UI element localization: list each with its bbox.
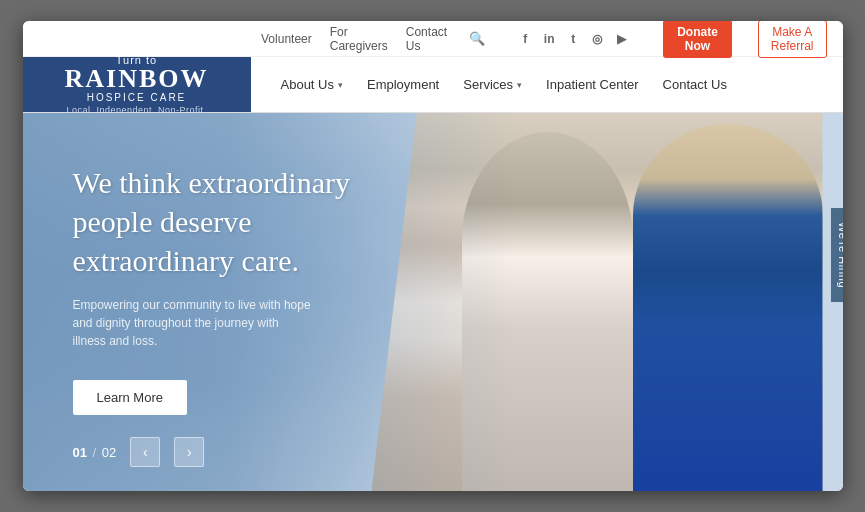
learn-more-button[interactable]: Learn More (73, 380, 187, 415)
hiring-tab[interactable]: We're Hiring (831, 208, 843, 302)
header: Turn to RAINBOW HOSPICE CARE Local. Inde… (23, 57, 843, 113)
referral-button[interactable]: Make A Referral (758, 21, 827, 58)
prev-slide-button[interactable]: ‹ (130, 437, 160, 467)
volunteer-link[interactable]: Volunteer (261, 32, 312, 46)
donate-button[interactable]: Donate Now (663, 21, 732, 58)
slide-total: 02 (102, 445, 116, 460)
contact-us-top-link[interactable]: Contact Us (406, 25, 447, 53)
nav-employment[interactable]: Employment (357, 71, 449, 98)
hero-subtext: Empowering our community to live with ho… (73, 296, 313, 350)
search-icon[interactable]: 🔍 (469, 31, 485, 46)
slide-counter: 01 / 02 (73, 445, 117, 460)
logo-area: Turn to RAINBOW HOSPICE CARE Local. Inde… (23, 57, 251, 112)
nav-services[interactable]: Services ▾ (453, 71, 532, 98)
utility-links: Volunteer For Caregivers Contact Us 🔍 f … (261, 21, 826, 58)
youtube-icon[interactable]: ▶ (613, 31, 629, 47)
slide-separator: / (93, 445, 100, 460)
nav-inpatient-center[interactable]: Inpatient Center (536, 71, 649, 98)
browser-window: Volunteer For Caregivers Contact Us 🔍 f … (23, 21, 843, 491)
for-caregivers-link[interactable]: For Caregivers (330, 25, 388, 53)
main-nav: About Us ▾ Employment Services ▾ Inpatie… (251, 57, 843, 112)
social-icons: f in t ◎ ▶ (517, 31, 629, 47)
hero-headline: We think extraordinary people deserve ex… (73, 163, 413, 280)
nav-contact-us[interactable]: Contact Us (653, 71, 737, 98)
linkedin-icon[interactable]: in (541, 31, 557, 47)
instagram-icon[interactable]: ◎ (589, 31, 605, 47)
twitter-icon[interactable]: t (565, 31, 581, 47)
logo-rainbow: RAINBOW (64, 66, 208, 92)
hero-content: We think extraordinary people deserve ex… (73, 163, 413, 415)
logo-hospice: HOSPICE CARE (87, 92, 187, 103)
about-us-chevron-icon: ▾ (338, 80, 343, 90)
facebook-icon[interactable]: f (517, 31, 533, 47)
nav-about-us[interactable]: About Us ▾ (271, 71, 353, 98)
services-chevron-icon: ▾ (517, 80, 522, 90)
next-slide-button[interactable]: › (174, 437, 204, 467)
hero-section: We think extraordinary people deserve ex… (23, 113, 843, 491)
utility-bar: Volunteer For Caregivers Contact Us 🔍 f … (23, 21, 843, 57)
hero-navigation: 01 / 02 ‹ › (73, 437, 205, 467)
slide-current: 01 (73, 445, 87, 460)
